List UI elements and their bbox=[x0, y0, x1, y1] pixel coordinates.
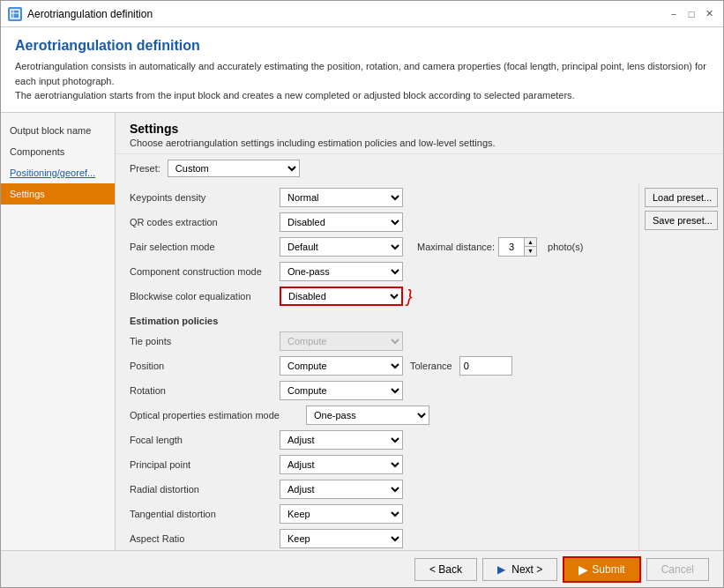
spin-buttons: ▲ ▼ bbox=[524, 238, 536, 256]
header-desc-2: each input photograph. bbox=[15, 74, 709, 89]
pair-selection-label: Pair selection mode bbox=[130, 242, 280, 252]
back-button[interactable]: < Back bbox=[414, 558, 477, 581]
tangential-distortion-row: Tangential distortion Keep Adjust Comput… bbox=[130, 504, 624, 524]
rotation-row: Rotation Compute Keep Adjust bbox=[130, 381, 624, 400]
focal-length-select[interactable]: Adjust Keep Compute bbox=[280, 430, 403, 450]
optical-properties-select[interactable]: One-pass Two-pass bbox=[306, 406, 429, 425]
sidebar-item-positioning[interactable]: Positioning/georef... bbox=[1, 162, 115, 183]
maximal-distance-label: Maximal distance: bbox=[417, 242, 495, 252]
submit-icon: ▶ bbox=[578, 562, 588, 577]
main-content: Output block name Components Positioning… bbox=[1, 113, 723, 551]
pair-selection-select[interactable]: Default Exhaustive Sequential bbox=[280, 237, 403, 257]
window-title: Aerotriangulation definition bbox=[27, 8, 667, 20]
header-desc-3: The aerotriangulation starts from the in… bbox=[15, 88, 709, 103]
close-button[interactable]: ✕ bbox=[702, 7, 716, 21]
title-bar: Aerotriangulation definition − □ ✕ bbox=[1, 1, 723, 27]
blockwise-color-label: Blockwise color equalization bbox=[130, 291, 280, 301]
radial-distortion-row: Radial distortion Adjust Keep Compute bbox=[130, 480, 624, 499]
tie-points-select[interactable]: Compute bbox=[280, 331, 403, 351]
focal-length-label: Focal length bbox=[130, 435, 280, 445]
optical-properties-label: Optical properties estimation mode bbox=[130, 410, 306, 421]
aspect-ratio-row: Aspect Ratio Keep Adjust Compute bbox=[130, 529, 624, 548]
principal-point-select[interactable]: Adjust Keep Compute bbox=[280, 455, 403, 474]
keypoints-density-label: Keypoints density bbox=[130, 192, 280, 203]
qr-codes-select[interactable]: Disabled Enabled bbox=[280, 212, 403, 232]
window-icon bbox=[8, 7, 22, 21]
next-icon: ▶ bbox=[497, 563, 505, 576]
sidebar: Output block name Components Positioning… bbox=[1, 113, 116, 551]
keypoints-density-select[interactable]: Normal Low High bbox=[280, 188, 403, 207]
sidebar-item-settings[interactable]: Settings bbox=[1, 183, 115, 205]
keypoints-density-row: Keypoints density Normal Low High bbox=[130, 188, 624, 207]
principal-point-row: Principal point Adjust Keep Compute bbox=[130, 455, 624, 474]
minimize-button[interactable]: − bbox=[667, 7, 681, 21]
window-controls: − □ ✕ bbox=[667, 7, 716, 21]
component-construction-select[interactable]: One-pass Two-pass bbox=[280, 262, 403, 281]
qr-codes-row: QR codes extraction Disabled Enabled bbox=[130, 212, 624, 232]
maximize-button[interactable]: □ bbox=[684, 7, 698, 21]
settings-scroll-area[interactable]: Keypoints density Normal Low High QR cod… bbox=[116, 182, 638, 551]
tangential-distortion-select[interactable]: Keep Adjust Compute bbox=[280, 504, 403, 524]
component-construction-row: Component construction mode One-pass Two… bbox=[130, 262, 624, 281]
tolerance-label: Tolerance bbox=[410, 361, 452, 371]
main-window: Aerotriangulation definition − □ ✕ Aerot… bbox=[0, 0, 724, 588]
preset-area: Preset: Custom bbox=[116, 154, 723, 182]
tie-points-label: Tie points bbox=[130, 336, 280, 346]
radial-distortion-select[interactable]: Adjust Keep Compute bbox=[280, 480, 403, 499]
content-wrapper: Settings Choose aerotriangulation settin… bbox=[116, 113, 723, 551]
header-title: Aerotriangulation definition bbox=[15, 38, 709, 54]
preset-label: Preset: bbox=[130, 163, 160, 174]
header-section: Aerotriangulation definition Aerotriangu… bbox=[1, 27, 723, 113]
submit-button[interactable]: ▶ Submit bbox=[563, 556, 640, 583]
spin-up-button[interactable]: ▲ bbox=[524, 238, 536, 248]
annotation-arrow-1: } bbox=[407, 287, 413, 307]
content-header: Settings Choose aerotriangulation settin… bbox=[116, 113, 723, 154]
sidebar-item-output-block-name[interactable]: Output block name bbox=[1, 120, 115, 141]
blockwise-color-select[interactable]: Disabled Enabled bbox=[280, 287, 403, 306]
aspect-ratio-select[interactable]: Keep Adjust Compute bbox=[280, 529, 403, 548]
save-preset-button[interactable]: Save preset... bbox=[645, 211, 718, 230]
pair-selection-row: Pair selection mode Default Exhaustive S… bbox=[130, 237, 624, 257]
component-construction-label: Component construction mode bbox=[130, 266, 280, 277]
header-desc-1: Aerotriangulation consists in automatica… bbox=[15, 59, 709, 74]
content-description: Choose aerotriangulation settings includ… bbox=[130, 138, 709, 148]
position-select[interactable]: Compute Keep Adjust bbox=[280, 356, 403, 376]
right-panel: Load preset... Save preset... bbox=[638, 182, 723, 551]
principal-point-label: Principal point bbox=[130, 459, 280, 470]
tie-points-row: Tie points Compute bbox=[130, 331, 624, 351]
aspect-ratio-label: Aspect Ratio bbox=[130, 533, 280, 544]
photo-label: photo(s) bbox=[548, 242, 583, 252]
maximal-distance-input[interactable] bbox=[499, 238, 524, 256]
preset-select[interactable]: Custom bbox=[168, 160, 300, 177]
position-label: Position bbox=[130, 361, 280, 371]
svg-rect-0 bbox=[11, 10, 19, 19]
radial-distortion-label: Radial distortion bbox=[130, 484, 280, 495]
focal-length-row: Focal length Adjust Keep Compute bbox=[130, 430, 624, 450]
tangential-distortion-label: Tangential distortion bbox=[130, 509, 280, 519]
sidebar-item-components[interactable]: Components bbox=[1, 141, 115, 162]
next-button[interactable]: ▶ Next > bbox=[482, 558, 557, 581]
position-row: Position Compute Keep Adjust Tolerance bbox=[130, 356, 624, 376]
content-title: Settings bbox=[130, 122, 709, 136]
settings-main: Keypoints density Normal Low High QR cod… bbox=[116, 182, 723, 551]
blockwise-color-row: Blockwise color equalization Disabled En… bbox=[130, 287, 624, 307]
rotation-label: Rotation bbox=[130, 385, 280, 396]
maximal-distance-container: Maximal distance: ▲ ▼ photo(s) bbox=[410, 237, 583, 257]
cancel-button[interactable]: Cancel bbox=[646, 558, 709, 581]
maximal-distance-spinner[interactable]: ▲ ▼ bbox=[498, 237, 537, 257]
qr-codes-label: QR codes extraction bbox=[130, 217, 280, 227]
spin-down-button[interactable]: ▼ bbox=[524, 247, 536, 256]
estimation-policies-header: Estimation policies bbox=[130, 316, 624, 326]
load-preset-button[interactable]: Load preset... bbox=[645, 188, 718, 207]
rotation-select[interactable]: Compute Keep Adjust bbox=[280, 381, 403, 400]
footer: < Back ▶ Next > ▶ Submit Cancel bbox=[1, 550, 723, 587]
tolerance-input[interactable] bbox=[459, 356, 512, 376]
optical-properties-row: Optical properties estimation mode One-p… bbox=[130, 406, 624, 425]
